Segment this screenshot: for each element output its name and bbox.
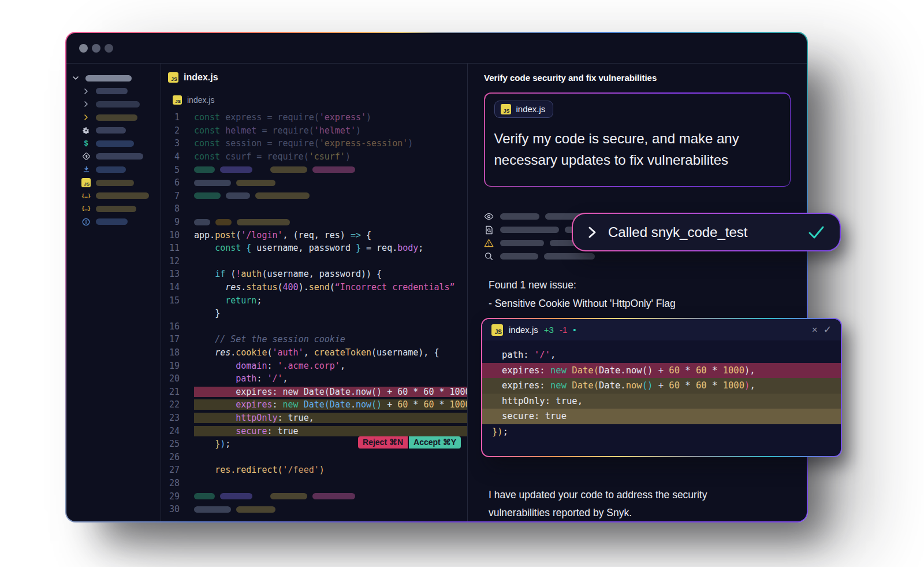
line-number: 25: [161, 439, 180, 449]
chevron-right-icon: [588, 225, 597, 239]
sidebar-item[interactable]: JS: [66, 176, 161, 190]
screenshot-stage: $JS{…}{…} JS index.js JS index.js 1const…: [0, 0, 924, 567]
svg-text:{…}: {…}: [81, 193, 91, 199]
sidebar-item[interactable]: [66, 98, 161, 111]
svg-text:$: $: [84, 139, 88, 147]
sidebar-item-skeleton: [96, 140, 134, 147]
code-skeleton-pill: [194, 180, 231, 186]
code-skeleton-pill: [255, 192, 310, 199]
search-icon: [484, 251, 494, 261]
diff-line: });: [482, 424, 841, 440]
code-line: 22 expires: new Date(Date.now() + 60 * 6…: [161, 398, 467, 412]
issues-summary: Found 1 new issue: - Sensitive Cookie Wi…: [489, 276, 791, 313]
code-line: 24 secure: true: [161, 424, 467, 438]
line-number: 27: [161, 465, 180, 475]
sidebar-item[interactable]: [66, 124, 161, 137]
code-editor[interactable]: JS index.js JS index.js 1const express =…: [161, 64, 468, 521]
info-icon: [81, 217, 91, 227]
code-line: 30: [161, 503, 467, 516]
code-line: 26: [161, 450, 467, 464]
code-line: 6: [161, 176, 467, 190]
sidebar-item-skeleton: [96, 218, 128, 225]
line-number: 13: [161, 269, 180, 279]
code-line: 5: [161, 163, 467, 176]
sidebar-item[interactable]: [66, 163, 161, 176]
titlebar: [66, 33, 807, 64]
line-number: 24: [161, 426, 180, 436]
code-skeleton-pill: [194, 493, 215, 499]
code-line: 14 res.status(400).send(“Incorrect crede…: [161, 281, 467, 294]
panel-heading: Verify code security and fix vulnerabili…: [484, 73, 791, 83]
success-check-icon: [807, 225, 825, 239]
sidebar-item[interactable]: [66, 85, 161, 98]
diff-additions-count: +3: [544, 325, 554, 335]
code-skeleton-pill: [194, 506, 231, 513]
accept-button[interactable]: Accept ⌘Y: [409, 436, 461, 449]
file-search-icon: [484, 225, 494, 235]
code-skeleton-pill: [226, 192, 250, 199]
sidebar-item-skeleton: [96, 153, 143, 160]
activity-skeleton-pill: [500, 240, 544, 246]
code-skeleton-pill: [237, 219, 290, 225]
window-control-close[interactable]: [79, 44, 88, 53]
sidebar-item[interactable]: {…}: [66, 202, 161, 216]
warning-icon: [484, 238, 494, 248]
close-icon[interactable]: ×: [812, 324, 818, 336]
js-file-icon: JS: [491, 324, 503, 336]
sidebar-item-skeleton: [85, 75, 132, 81]
tool-call-label: Called snyk_code_test: [608, 224, 796, 240]
diff-deletions-count: -1: [560, 325, 567, 335]
code-line: 11 const { username, password } = req.bo…: [161, 242, 467, 255]
sidebar-item[interactable]: [66, 150, 161, 164]
svg-text:{…}: {…}: [81, 206, 91, 212]
line-number: 1: [161, 112, 180, 123]
editor-file-chip[interactable]: JS index.js: [161, 94, 467, 106]
line-number: 9: [161, 217, 180, 227]
editor-tab[interactable]: JS index.js: [161, 71, 467, 84]
window-control-maximize[interactable]: [105, 44, 113, 53]
code-line: 10app.post('/login', (req, res) => {: [161, 228, 467, 242]
dollar-icon: $: [81, 139, 91, 148]
line-number: 21: [161, 387, 180, 397]
context-file-chip-label: index.js: [516, 104, 546, 114]
code-skeleton-pill: [194, 219, 210, 225]
code-skeleton-pill: [236, 506, 275, 513]
line-number: 29: [161, 491, 180, 502]
window-control-minimize[interactable]: [92, 44, 100, 53]
git-diamond-icon: [81, 152, 91, 161]
download-icon: [81, 165, 91, 174]
reject-button[interactable]: Reject ⌘N: [358, 436, 408, 449]
line-number: 7: [161, 191, 180, 201]
issue-item: - Sensitive Cookie Without 'HttpOnly' Fl…: [489, 294, 791, 313]
code-skeleton-pill: [312, 166, 355, 173]
code-line: 21 expires: new Date(Date.now() + 60 * 6…: [161, 385, 467, 398]
code-skeleton-pill: [194, 192, 221, 199]
line-number: 11: [161, 243, 180, 253]
diff-line: secure: true: [482, 409, 841, 424]
code-skeleton-pill: [270, 493, 307, 499]
code-line: 27 res.redirect('/feed'): [161, 464, 467, 477]
code-line: 29: [161, 490, 467, 503]
code-line: 4const csurf = require('csurf'): [161, 150, 467, 164]
code-area[interactable]: 1const express = require('express')2cons…: [161, 111, 467, 516]
code-line: 28: [161, 477, 467, 490]
diff-line: expires: new Date(Date.now() + 60 * 60 *…: [482, 378, 841, 394]
line-number: 14: [161, 282, 180, 292]
sidebar-item[interactable]: [66, 216, 161, 229]
code-line: 13 if (!auth(username, password)) {: [161, 268, 467, 281]
sidebar-item[interactable]: $: [66, 137, 161, 150]
code-line: 19 domain: '.acme.corp',: [161, 359, 467, 372]
editor-file-chip-label: index.js: [187, 95, 214, 105]
context-file-chip[interactable]: JS index.js: [494, 101, 554, 118]
code-line: 3const session = require('express-sessio…: [161, 137, 467, 150]
activity-skeleton-pill: [500, 213, 539, 220]
code-skeleton-pill: [312, 493, 355, 499]
apply-check-icon[interactable]: ✓: [824, 324, 832, 336]
file-explorer-sidebar: $JS{…}{…}: [66, 64, 161, 521]
sidebar-item[interactable]: [66, 111, 161, 124]
line-number: 8: [161, 203, 180, 214]
eye-icon: [484, 212, 494, 221]
sidebar-item[interactable]: [66, 72, 161, 85]
tool-call-popup[interactable]: Called snyk_code_test: [572, 213, 841, 251]
sidebar-item[interactable]: {…}: [66, 189, 161, 202]
